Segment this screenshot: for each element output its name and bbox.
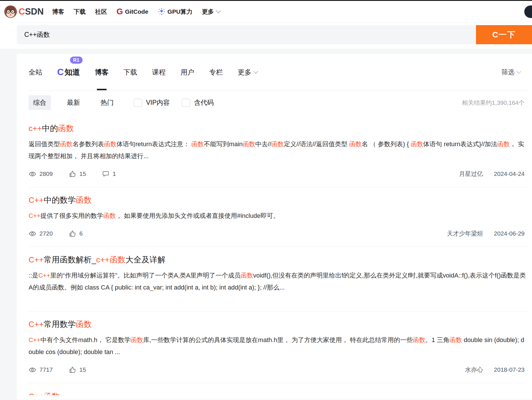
eye-icon: [29, 170, 36, 178]
highlighted-keyword: 函数: [60, 140, 73, 148]
search-button[interactable]: C一下: [476, 25, 532, 44]
sort-options: 综合最新热门: [29, 95, 130, 110]
text-segment: 提供了很多实用的数学: [41, 212, 103, 219]
nav-item-更多[interactable]: 更多: [202, 8, 220, 16]
tab-label: 博客: [95, 68, 109, 77]
result-title[interactable]: c++中的函数: [29, 123, 74, 134]
eye-icon: [29, 230, 36, 238]
checkbox-label: VIP内容: [146, 98, 170, 107]
views[interactable]: 2720: [29, 230, 53, 238]
text-segment: 库,一些数学计算的公式的具体实现是放在math.h里， 为了方便大家使用， 特在…: [143, 336, 413, 343]
result-snippet: 返回值类型函数名参数列表函数体语句return表达式注意： 函数不能写到main…: [29, 138, 528, 162]
text-segment: 返回值类型: [29, 140, 60, 148]
text-segment: 体语句 return表达式}//加法: [423, 140, 497, 148]
nav-item-GitCode[interactable]: GGitCode: [117, 7, 148, 16]
highlighted-keyword: 函数: [104, 140, 117, 148]
csdn-brand[interactable]: CSDN: [4, 5, 44, 18]
highlighted-keyword: 函数: [271, 140, 284, 148]
highlighted-keyword: 函数: [109, 255, 125, 264]
text-segment: 名 （ 参数列表) {: [362, 140, 411, 148]
checkbox-box: [134, 99, 142, 107]
likes-count: 15: [79, 366, 86, 373]
likes[interactable]: 15: [69, 170, 86, 178]
nav-item-label: 下载: [74, 8, 86, 16]
text-segment: 常用函数解析_: [44, 255, 96, 264]
views[interactable]: 2809: [29, 170, 53, 178]
filter-checkboxes: VIP内容含代码: [134, 98, 226, 107]
nav-item-博客[interactable]: 博客: [52, 8, 64, 16]
comments[interactable]: 1: [102, 170, 116, 178]
result-author[interactable]: 天才少年梁烜: [447, 230, 483, 238]
nav-item-label: 更多: [202, 8, 214, 16]
nav-item-下载[interactable]: 下载: [74, 8, 86, 16]
views-count: 2720: [39, 230, 53, 237]
highlighted-keyword: 函数: [413, 336, 425, 343]
checkbox-含代码[interactable]: 含代码: [182, 98, 214, 107]
text-segment: 名参数列表: [73, 140, 104, 148]
top-nav-links: 博客下载社区GGitCodeGPU算力更多: [52, 7, 229, 16]
result-title[interactable]: C++函数: [29, 391, 60, 395]
text-segment: 大全及详解: [125, 255, 165, 264]
text-segment: 常用数学: [44, 320, 76, 329]
search-result-item: C++常用数学函数C++中有个头文件math.h， 它是数学函数库,一些数学计算…: [29, 311, 528, 383]
nav-item-label: 社区: [95, 8, 107, 16]
tab-博客[interactable]: 博客: [95, 54, 109, 90]
likes[interactable]: 6: [69, 230, 83, 237]
highlighted-keyword: C++: [38, 272, 50, 279]
views[interactable]: 7717: [29, 366, 53, 374]
tab-课程[interactable]: 课程: [152, 54, 166, 90]
result-author[interactable]: 水亦心: [465, 366, 483, 374]
highlighted-keyword: 函数: [191, 140, 204, 148]
sort-option-热门[interactable]: 热门: [96, 95, 118, 110]
tab-下载[interactable]: 下载: [123, 54, 137, 90]
nav-item-label: GPU算力: [167, 8, 193, 16]
chevron-down-icon: [253, 69, 258, 74]
highlighted-keyword: C++: [29, 196, 44, 204]
text-segment: 体语句return表达式注意：: [117, 140, 191, 148]
result-meta: 27206天才少年梁烜2024-06-29: [29, 230, 528, 238]
user-avatar[interactable]: [524, 5, 532, 18]
csdn-mascot-logo: [4, 5, 17, 18]
nav-item-GPU算力[interactable]: GPU算力: [158, 8, 193, 16]
r1-badge: R1: [70, 57, 83, 64]
search-input[interactable]: [17, 25, 476, 44]
likes-count: 15: [79, 170, 86, 177]
results-card: 全站C知道R1博客下载课程用户专栏更多 筛选 综合最新热门 VIP内容含代码 相…: [17, 54, 532, 399]
highlighted-keyword: 函数: [349, 140, 362, 148]
tab-专栏[interactable]: 专栏: [209, 54, 223, 90]
result-title[interactable]: C++常用数学函数: [29, 319, 92, 330]
tab-label: 知道: [65, 67, 80, 77]
tab-更多[interactable]: 更多: [238, 54, 257, 90]
tab-label: 下载: [123, 68, 137, 77]
highlighted-keyword: 函数: [103, 212, 116, 219]
checkbox-box: [182, 99, 190, 107]
sort-option-最新[interactable]: 最新: [62, 95, 85, 110]
result-title[interactable]: C++中的数学函数: [29, 195, 92, 206]
highlighted-keyword: 函数: [131, 336, 143, 343]
result-meta: 771715水亦心2018-07-23: [29, 366, 528, 374]
result-author[interactable]: 月星过亿: [459, 170, 483, 178]
tab-知道[interactable]: C知道R1: [57, 54, 80, 90]
eye-icon: [29, 366, 36, 374]
highlighted-keyword: 函数: [411, 140, 423, 148]
highlighted-keyword: C++函数: [29, 392, 60, 395]
tab-用户[interactable]: 用户: [181, 54, 194, 90]
nav-item-社区[interactable]: 社区: [95, 8, 107, 16]
text-segment: ， 如果要使用先添加头文件或或者直接使用#include即可。: [116, 212, 279, 219]
likes[interactable]: 15: [69, 366, 86, 373]
text-segment: 定义//语法//返回值类型: [284, 140, 349, 148]
checkbox-label: 含代码: [194, 98, 214, 107]
sort-option-综合[interactable]: 综合: [29, 95, 51, 110]
checkbox-VIP内容[interactable]: VIP内容: [134, 98, 170, 107]
tab-label: 课程: [152, 68, 166, 77]
result-title[interactable]: C++常用函数解析_c++函数大全及详解: [29, 254, 165, 265]
top-navbar: CSDN 博客下载社区GGitCodeGPU算力更多: [0, 1, 532, 23]
text-segment: 中的: [42, 124, 58, 133]
tabs-container: 全站C知道R1博客下载课程用户专栏更多: [29, 54, 272, 90]
chevron-down-icon: [216, 8, 221, 13]
gitcode-icon: G: [117, 7, 123, 16]
views-count: 2809: [39, 170, 53, 177]
filter-toggle-button[interactable]: 筛选: [501, 68, 521, 77]
nav-item-label: GitCode: [125, 8, 148, 15]
tab-全站[interactable]: 全站: [29, 54, 42, 90]
